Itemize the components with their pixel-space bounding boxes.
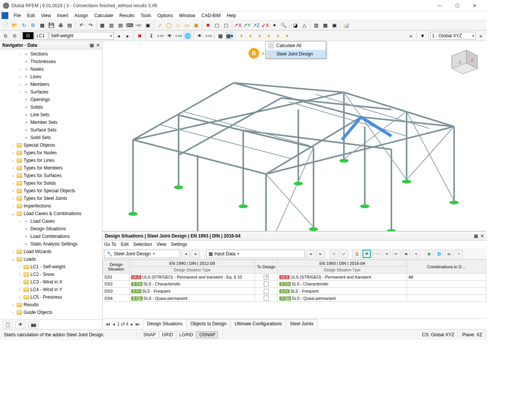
menu-edit[interactable]: Edit: [24, 12, 38, 19]
app-logo-icon[interactable]: [2, 12, 8, 19]
grid-1-icon[interactable]: ▦: [98, 21, 106, 29]
tree-item[interactable]: ›LC3 - Wind in X: [0, 278, 102, 286]
snap-snap[interactable]: SNAP: [141, 331, 158, 338]
lc-tool1-icon[interactable]: ⎘: [2, 32, 10, 40]
select-out-icon[interactable]: ⬃: [340, 250, 348, 258]
bp-pin-icon[interactable]: ▣: [474, 233, 478, 239]
lc-name-select[interactable]: Self-weight▾: [49, 32, 114, 40]
spark6-icon[interactable]: ✦: [283, 32, 291, 40]
nav-close-icon[interactable]: ✕: [96, 43, 100, 48]
magnify-icon[interactable]: 🔍: [279, 21, 288, 29]
axis-z-icon[interactable]: ↗Z: [252, 21, 260, 29]
tree-item[interactable]: ›Types for Lines: [0, 157, 102, 164]
to-design-checkbox[interactable]: [264, 282, 269, 287]
menu-options[interactable]: Options: [154, 12, 176, 19]
pager-first-icon[interactable]: ⏮: [106, 321, 110, 327]
tree-item[interactable]: ›▪Sections: [0, 50, 102, 58]
undo-icon[interactable]: ↶: [77, 21, 86, 29]
run-addon-icon[interactable]: 🏠: [353, 250, 361, 258]
tree-item[interactable]: ›Types for Solids: [0, 179, 102, 187]
bp-menu-view[interactable]: View: [157, 242, 166, 247]
select-all-icon[interactable]: ▣: [192, 21, 200, 29]
calculate-addon-button[interactable]: 👁: [363, 250, 371, 258]
tree-item[interactable]: ›▪Members: [0, 81, 102, 88]
tree-item[interactable]: ▪Surface Sets: [0, 126, 102, 134]
tree-item[interactable]: ›Types for Surfaces: [0, 172, 102, 179]
lc-tool2-icon[interactable]: ⎘: [11, 32, 19, 40]
pager-last-icon[interactable]: ⏭: [135, 321, 140, 327]
addon-prev-icon[interactable]: ◂: [182, 250, 190, 258]
tree-item[interactable]: ▪Line Sets: [0, 111, 102, 119]
tree-item[interactable]: ›Guide Objects: [0, 309, 102, 316]
to-design-checkbox[interactable]: [264, 275, 269, 280]
snap-osnap[interactable]: OSNAP: [196, 331, 218, 338]
chart-icon[interactable]: 📊: [342, 21, 350, 29]
box-icon[interactable]: ▢: [213, 21, 221, 29]
nav-tab-eye-icon[interactable]: 👁: [15, 321, 26, 328]
table-row[interactable]: DS4S QpSLS - Quasi-permanentS QpSLS - Qu…: [103, 294, 486, 302]
select-box-icon[interactable]: ▭: [183, 21, 191, 29]
wireframe-icon[interactable]: △: [300, 21, 309, 29]
tree-item[interactable]: ›Types for Special Objects: [0, 187, 102, 195]
menu-tools[interactable]: Tools: [138, 12, 154, 19]
box2-icon[interactable]: ▢: [222, 21, 230, 29]
tree-item[interactable]: ▪Thicknesses: [0, 58, 102, 65]
section-icon[interactable]: ▥: [312, 21, 320, 29]
axis-xyz-icon[interactable]: ✦: [270, 21, 279, 29]
tree-item[interactable]: ▪Solids: [0, 103, 102, 111]
filter-x-icon[interactable]: ✖: [204, 21, 212, 29]
tree-item[interactable]: ›LC1 - Self-weight: [0, 263, 102, 271]
tree-item[interactable]: ›LC5 - Prestress: [0, 293, 102, 301]
expand2-icon[interactable]: »: [477, 32, 485, 40]
dim3-icon[interactable]: X.XX: [204, 32, 213, 40]
globe-view-icon[interactable]: 🌐: [184, 32, 192, 40]
snap-lgrid[interactable]: LGRID: [177, 331, 196, 338]
tree-item[interactable]: ▪Design Situations: [0, 225, 102, 233]
model-viewport[interactable]: Calculate AllSteel Joint Design B A: [103, 41, 486, 231]
bp-tab[interactable]: Ultimate Configurations: [230, 319, 286, 329]
nav-tab-data-icon[interactable]: 📋: [2, 321, 13, 328]
report-icon[interactable]: 🗂: [445, 250, 453, 258]
spark4-icon[interactable]: ✦: [264, 32, 273, 40]
tree-item[interactable]: ›LC2 - Snow: [0, 271, 102, 278]
sc-icon[interactable]: >SC: [135, 21, 143, 29]
menu-file[interactable]: File: [11, 12, 24, 19]
globe-icon[interactable]: 🌐: [435, 250, 443, 258]
lc-prev-icon[interactable]: ◂: [114, 32, 123, 40]
tree-item[interactable]: ⌄Load Cases & Combinations: [0, 210, 102, 217]
tree-item[interactable]: ▪Openings: [0, 96, 102, 103]
axis-y-icon[interactable]: ↗Y: [243, 21, 251, 29]
close-button[interactable]: ✕: [466, 0, 483, 11]
global-cs-select[interactable]: 1 - Global XYZ▾: [430, 32, 476, 40]
navigator-tree[interactable]: ›▪Sections▪Thicknesses›▪Nodes›▪Lines›▪Me…: [0, 49, 102, 319]
spark2-icon[interactable]: ✦: [246, 32, 255, 40]
axis-neg-x-icon[interactable]: ↙X: [261, 21, 269, 29]
calc-dropdown-icon[interactable]: ▦▾: [225, 32, 234, 40]
script-icon[interactable]: ⌨: [125, 21, 134, 29]
new-icon[interactable]: 📄: [2, 21, 10, 29]
excel-icon[interactable]: ▦: [425, 250, 433, 258]
addon-select[interactable]: 🔧 Steel Joint Design▾: [104, 250, 180, 258]
tree-item[interactable]: ›▪Load Cases: [0, 217, 102, 225]
menu-results[interactable]: Results: [116, 12, 138, 19]
tool-c-icon[interactable]: ⇆: [402, 250, 410, 258]
tree-item[interactable]: ›Special Objects: [0, 141, 102, 149]
tree-item[interactable]: ▪Member Sets: [0, 119, 102, 126]
bp-menu-go-to[interactable]: Go To: [104, 242, 116, 247]
layers-icon[interactable]: ▣: [144, 21, 152, 29]
table-row[interactable]: DS3S FrSLS - FrequentS FrSLS - Frequent: [103, 288, 486, 295]
redo-icon[interactable]: ↷: [86, 21, 95, 29]
tool-a-icon[interactable]: ⇥: [382, 250, 391, 258]
to-design-checkbox[interactable]: [264, 296, 269, 301]
tree-item[interactable]: ›LC4 - Wind in Y: [0, 286, 102, 293]
bp-tab[interactable]: Design Situations: [143, 319, 187, 329]
minimize-button[interactable]: —: [431, 0, 448, 11]
bp-tab[interactable]: Objects to Design: [186, 319, 231, 329]
tool-b-icon[interactable]: ⇤: [392, 250, 401, 258]
table-row[interactable]: DS2S ChSLS - CharacteristicS ChSLS - Cha…: [103, 280, 486, 288]
pager-next-icon[interactable]: ▸: [131, 321, 133, 327]
load-arrow-icon[interactable]: ↧: [147, 32, 155, 40]
bp-tab[interactable]: Steel Joints: [286, 319, 318, 329]
menu-window[interactable]: Window: [176, 12, 198, 19]
menu-insert[interactable]: Insert: [54, 12, 71, 19]
